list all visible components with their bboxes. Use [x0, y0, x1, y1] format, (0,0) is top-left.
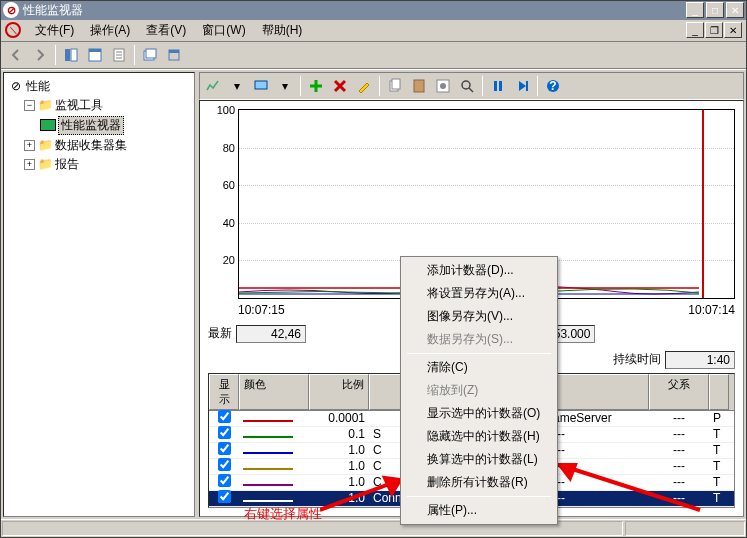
- show-checkbox[interactable]: [218, 490, 231, 503]
- copy-icon[interactable]: [384, 75, 406, 97]
- col-color[interactable]: 颜色: [239, 374, 309, 410]
- toolbar-separator: [134, 45, 135, 65]
- delete-icon[interactable]: [329, 75, 351, 97]
- instance-cell: ---: [549, 491, 649, 505]
- duration-label: 持续时间: [613, 351, 661, 368]
- tree-root[interactable]: ⊘ 性能: [8, 77, 190, 96]
- menu-window[interactable]: 窗口(W): [194, 20, 253, 41]
- back-button[interactable]: [5, 44, 27, 66]
- refresh-icon[interactable]: [163, 44, 185, 66]
- x-cell: T: [709, 427, 729, 441]
- svg-rect-11: [392, 79, 400, 89]
- menu-separator: [407, 496, 551, 497]
- mdi-minimize-button[interactable]: _: [686, 22, 704, 38]
- paste-icon[interactable]: [408, 75, 430, 97]
- highlight-icon[interactable]: [353, 75, 375, 97]
- close-button[interactable]: ✕: [726, 2, 744, 18]
- tree-report[interactable]: + 📁 报告: [8, 155, 190, 174]
- ctx-show-selected[interactable]: 显示选中的计数器(O): [403, 402, 555, 425]
- latest-label: 最新: [208, 325, 232, 342]
- mdi-controls: _ ❐ ✕: [686, 22, 742, 38]
- ctx-hide-selected[interactable]: 隐藏选中的计数器(H): [403, 425, 555, 448]
- properties-icon[interactable]: [84, 44, 106, 66]
- svg-rect-6: [146, 49, 156, 58]
- instance-cell: ---: [549, 459, 649, 473]
- expand-icon[interactable]: +: [24, 140, 35, 151]
- color-swatch: [243, 420, 293, 422]
- menu-help[interactable]: 帮助(H): [254, 20, 311, 41]
- forward-button[interactable]: [29, 44, 51, 66]
- view-dropdown-icon[interactable]: ▾: [226, 75, 248, 97]
- expand-icon[interactable]: +: [24, 159, 35, 170]
- show-checkbox[interactable]: [218, 442, 231, 455]
- freeze-icon[interactable]: [487, 75, 509, 97]
- ctx-remove-all[interactable]: 删除所有计数器(R): [403, 471, 555, 494]
- menu-file[interactable]: 文件(F): [27, 20, 82, 41]
- ctx-clear[interactable]: 清除(C): [403, 356, 555, 379]
- y-tick: 100: [217, 104, 235, 116]
- update-icon[interactable]: [511, 75, 533, 97]
- y-tick: 60: [223, 179, 235, 191]
- x-cell: T: [709, 475, 729, 489]
- app-icon: ⊘: [3, 2, 19, 18]
- scale-cell: 1.0: [309, 475, 369, 489]
- svg-point-14: [440, 83, 446, 89]
- toolbar-separator: [537, 76, 538, 96]
- x-end: 10:07:14: [688, 303, 735, 317]
- color-swatch: [243, 484, 293, 486]
- export-icon[interactable]: [108, 44, 130, 66]
- nav-tree[interactable]: ⊘ 性能 − 📁 监视工具 性能监视器 + 📁 数据收集器集 + 📁 报告: [3, 72, 195, 517]
- tree-perf-monitor[interactable]: 性能监视器: [8, 115, 190, 136]
- status-bar: [1, 519, 746, 537]
- show-checkbox[interactable]: [218, 426, 231, 439]
- folder-icon: 📁: [37, 98, 53, 112]
- window-controls: _ □ ✕: [686, 2, 744, 18]
- svg-text:?: ?: [549, 79, 556, 93]
- col-scale[interactable]: 比例: [309, 374, 369, 410]
- maximize-button[interactable]: □: [706, 2, 724, 18]
- color-swatch: [243, 468, 293, 470]
- svg-rect-0: [65, 49, 70, 61]
- parent-cell: ---: [649, 443, 709, 457]
- parent-cell: ---: [649, 491, 709, 505]
- ctx-scale-selected[interactable]: 换算选中的计数器(L): [403, 448, 555, 471]
- display-icon[interactable]: [250, 75, 272, 97]
- ctx-zoom: 缩放到(Z): [403, 379, 555, 402]
- minimize-button[interactable]: _: [686, 2, 704, 18]
- display-dropdown-icon[interactable]: ▾: [274, 75, 296, 97]
- collapse-icon[interactable]: −: [24, 100, 35, 111]
- instance-cell: ---: [549, 475, 649, 489]
- col-show[interactable]: 显示: [209, 374, 239, 410]
- show-checkbox[interactable]: [218, 474, 231, 487]
- menu-view[interactable]: 查看(V): [138, 20, 194, 41]
- tree-data-collector[interactable]: + 📁 数据收集器集: [8, 136, 190, 155]
- window-title: 性能监视器: [23, 2, 686, 19]
- scale-cell: 0.0001: [309, 411, 369, 425]
- show-checkbox[interactable]: [218, 458, 231, 471]
- properties-button[interactable]: [432, 75, 454, 97]
- show-hide-icon[interactable]: [60, 44, 82, 66]
- add-icon[interactable]: [305, 75, 327, 97]
- parent-cell: ---: [649, 427, 709, 441]
- new-window-icon[interactable]: [139, 44, 161, 66]
- show-checkbox[interactable]: [218, 410, 231, 423]
- col-parent[interactable]: 父系: [649, 374, 709, 410]
- ctx-properties[interactable]: 属性(P)...: [403, 499, 555, 522]
- help-icon[interactable]: ?: [542, 75, 564, 97]
- parent-cell: ---: [649, 411, 709, 425]
- view-graph-icon[interactable]: [202, 75, 224, 97]
- mdi-close-button[interactable]: ✕: [724, 22, 742, 38]
- menu-separator: [407, 353, 551, 354]
- color-swatch: [243, 452, 293, 454]
- ctx-save-settings[interactable]: 将设置另存为(A)...: [403, 282, 555, 305]
- col-instance[interactable]: [549, 374, 649, 410]
- menu-action[interactable]: 操作(A): [82, 20, 138, 41]
- menu-bar: ＼ 文件(F) 操作(A) 查看(V) 窗口(W) 帮助(H) _ ❐ ✕: [1, 20, 746, 42]
- perf-icon: ⊘: [8, 79, 24, 93]
- tree-monitor-tools[interactable]: − 📁 监视工具: [8, 96, 190, 115]
- col-x[interactable]: [709, 374, 729, 410]
- zoom-icon[interactable]: [456, 75, 478, 97]
- mdi-restore-button[interactable]: ❐: [705, 22, 723, 38]
- ctx-save-image[interactable]: 图像另存为(V)...: [403, 305, 555, 328]
- ctx-add-counter[interactable]: 添加计数器(D)...: [403, 259, 555, 282]
